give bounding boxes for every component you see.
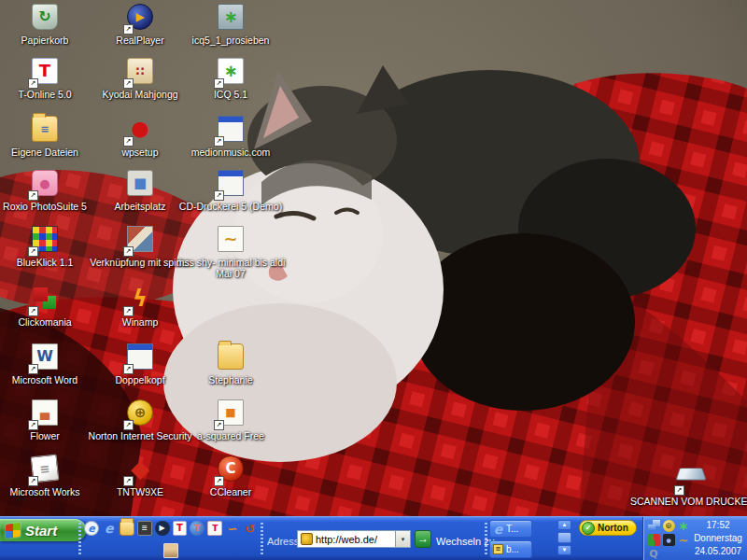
system-tray: ⊕∗●~Q 17:52 Donnerstag 24.05.2007: [642, 517, 747, 560]
start-button[interactable]: Start: [0, 519, 86, 541]
media-player-icon[interactable]: ▶: [155, 521, 170, 536]
clock-date: 24.05.2007: [690, 545, 746, 558]
desktop-icon-ccleaner[interactable]: C↗CCleaner: [175, 455, 287, 497]
internet-explorer-icon: e: [493, 524, 503, 534]
quick-launch-bar: ee≡▶TTT∽↺: [84, 520, 258, 559]
desktop-icon-icq5-1-prosieben[interactable]: ∗icq5_1_prosieben: [175, 4, 287, 46]
norton-badge[interactable]: ✓ Norton: [579, 520, 637, 536]
internet-explorer-icon: e: [493, 524, 503, 534]
desktop-icon-label-line2: Mai 07: [175, 268, 287, 279]
shortcut-arrow-icon: ↗: [214, 420, 224, 430]
quicktime-icon[interactable]: Q: [648, 548, 660, 560]
my-computer-icon: ■: [127, 170, 153, 196]
folder-icon: [218, 343, 244, 370]
desktop-icon-label: CCleaner: [175, 486, 287, 497]
shortcut-arrow-icon: ↗: [123, 24, 134, 35]
shortcut-arrow-icon: ↗: [123, 306, 134, 316]
shortcut-arrow-icon: ↗: [674, 485, 684, 496]
doc-scribble-icon: ~: [218, 226, 244, 252]
shortcut-arrow-icon: ↗: [123, 420, 134, 430]
desktop-icon-winamp[interactable]: ϟ↗Winamp: [84, 286, 196, 328]
shortcut-arrow-icon: ↗: [28, 364, 38, 374]
clock-time: 17:52: [690, 519, 746, 532]
shortcut-arrow-icon: ↗: [123, 136, 134, 147]
norton-check-icon: ✓: [582, 522, 595, 535]
norton-security-icon[interactable]: ⊕: [663, 520, 675, 532]
t-online-mail-icon[interactable]: T: [207, 521, 222, 536]
tray-icons: ⊕∗●~Q: [647, 520, 692, 560]
desktop-icon-mss-shy-minimal-bis-aldi[interactable]: ~mss shy- minimal bis aldiMai 07: [175, 226, 287, 279]
icq-flower-icon[interactable]: ∗: [678, 520, 690, 532]
folder-share-icon[interactable]: [120, 521, 134, 536]
recycle-bin-icon: ↻: [32, 4, 58, 30]
taskbar-scroll-up-button[interactable]: ▲: [557, 520, 571, 530]
photo-thumbnail-icon[interactable]: [163, 543, 178, 558]
address-value: http://web.de/: [316, 534, 395, 545]
desktop-icon-label: a-squared Free: [175, 430, 287, 441]
desktop-icon-label: ICQ 5.1: [175, 89, 287, 100]
desktop-icon-label: mss shy- minimal bis aldi: [175, 257, 287, 268]
document-cert-icon: ≡: [493, 544, 503, 554]
desktop-icon-label: SCANNEN VOM DRUCKER: [630, 496, 747, 507]
document-cert-icon: ≡: [493, 544, 503, 554]
folder-documents-icon: ≡: [32, 116, 58, 142]
shortcut-arrow-icon: ↗: [123, 476, 134, 486]
windows-logo-icon: [6, 523, 21, 539]
desktop-icon-label: icq5_1_prosieben: [175, 35, 287, 46]
t-online-globe-icon[interactable]: T: [190, 521, 204, 536]
clock[interactable]: 17:52 Donnerstag 24.05.2007: [690, 519, 746, 558]
desktop-icons-layer: ↻PapierkorbT↗T-Online 5.0≡Eigene Dateien…: [0, 0, 747, 516]
taskbar-window-button-1[interactable]: e T...: [489, 520, 532, 538]
shortcut-arrow-icon: ↗: [123, 78, 134, 89]
address-input[interactable]: http://web.de/ ▾: [297, 530, 411, 548]
taskbar-scroll-slider[interactable]: [557, 532, 571, 543]
volume-signal-icon[interactable]: ●: [663, 534, 675, 546]
taskbar: Start ee≡▶TTT∽↺ Adresse http://web.de/ ▾…: [0, 516, 747, 560]
desktop-icon-stephanie[interactable]: Stephanie: [175, 343, 287, 385]
desktop-icon-label: CD-Druckerei 5 (Demo): [175, 201, 287, 212]
desktop-icon-label: Winamp: [84, 316, 196, 328]
shortcut-arrow-icon: ↗: [28, 420, 38, 430]
network-connections-icon[interactable]: [648, 520, 660, 532]
toolbar-grip[interactable]: [78, 523, 81, 556]
floppy-icq-icon: ∗: [218, 4, 244, 30]
norton-label: Norton: [598, 523, 628, 533]
radio-device-icon[interactable]: ≡: [137, 521, 152, 536]
desktop-icon-cd-druckerei-5-demo[interactable]: ↗CD-Druckerei 5 (Demo): [175, 170, 287, 212]
desktop-icon-icq-5-1[interactable]: ∗↗ICQ 5.1: [175, 58, 287, 100]
scanner-icon: [675, 469, 706, 481]
gold-tool-icon[interactable]: ~: [678, 534, 690, 546]
taskbar-scroll-down-button[interactable]: ▼: [557, 545, 571, 555]
go-button[interactable]: →: [415, 530, 431, 548]
desktop-icon-a-squared-free[interactable]: ■↗a-squared Free: [175, 399, 287, 441]
shortcut-arrow-icon: ↗: [214, 136, 224, 147]
taskbar-window-button-2[interactable]: ≡ b...: [489, 540, 532, 558]
desktop-screen: ↻PapierkorbT↗T-Online 5.0≡Eigene Dateien…: [0, 0, 747, 560]
orange-swoosh-icon[interactable]: ∽: [225, 521, 240, 536]
shortcut-arrow-icon: ↗: [28, 190, 38, 201]
clock-day: Donnerstag: [690, 532, 746, 545]
desktop-icon-scannen-vom-drucker[interactable]: ↗SCANNEN VOM DRUCKER: [630, 455, 747, 507]
address-dropdown-button[interactable]: ▾: [395, 531, 410, 547]
shortcut-arrow-icon: ↗: [28, 476, 38, 486]
start-label: Start: [25, 523, 57, 539]
webde-favicon-icon: [301, 533, 313, 545]
shortcut-arrow-icon: ↗: [28, 306, 38, 316]
toolbar-grip[interactable]: [485, 523, 487, 556]
internet-explorer-icon[interactable]: e: [102, 521, 117, 536]
t-online-star-icon[interactable]: T: [173, 521, 188, 536]
realplayer-swirl-icon[interactable]: ↺: [243, 521, 258, 536]
shortcut-arrow-icon: ↗: [28, 246, 38, 257]
desktop-icon-label: Stephanie: [175, 374, 287, 385]
desktop-icon-label: medionmusic.com: [175, 147, 287, 158]
shortcut-arrow-icon: ↗: [123, 364, 134, 374]
shortcut-arrow-icon: ↗: [214, 190, 224, 201]
shortcut-arrow-icon: ↗: [214, 476, 224, 486]
desktop-icon-medionmusic-com[interactable]: ↗medionmusic.com: [175, 116, 287, 158]
shortcut-arrow-icon: ↗: [28, 78, 38, 89]
media-color-icon[interactable]: [648, 534, 660, 546]
toolbar-grip[interactable]: [261, 523, 263, 556]
internet-explorer-alt-icon[interactable]: e: [84, 521, 99, 536]
shortcut-arrow-icon: ↗: [214, 78, 224, 89]
shortcut-arrow-icon: ↗: [123, 246, 134, 257]
